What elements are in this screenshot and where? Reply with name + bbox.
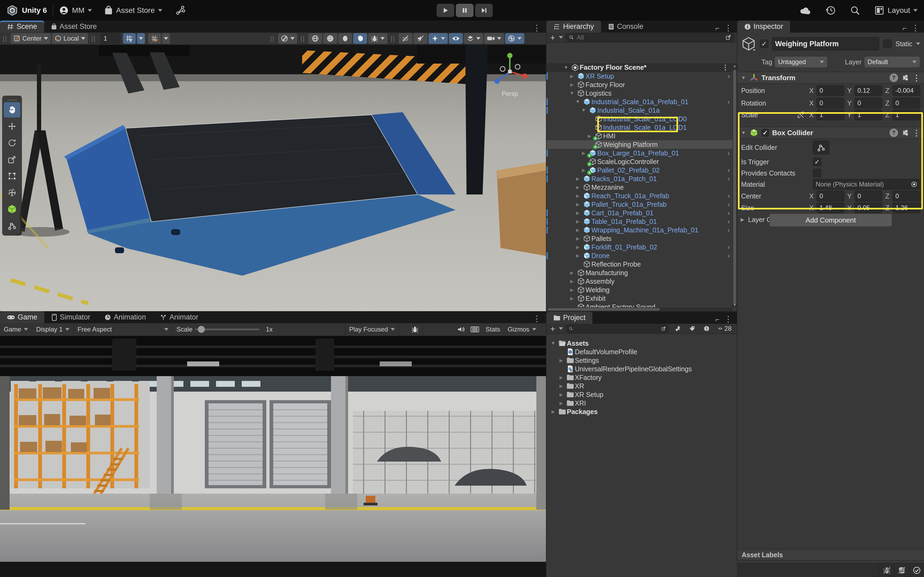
grid-snap-toggle[interactable]: Y bbox=[123, 33, 136, 44]
prefab-open-chevron[interactable]: › bbox=[727, 226, 730, 234]
foldout-arrow[interactable]: ▼▶ bbox=[549, 409, 558, 414]
scale-tool[interactable] bbox=[4, 152, 20, 167]
scale-y-field[interactable]: 1 bbox=[855, 110, 882, 120]
add-object-button[interactable]: ＋ bbox=[549, 32, 557, 43]
scale-x-field[interactable]: 1 bbox=[817, 110, 844, 120]
tab-scene[interactable]: Scene bbox=[0, 21, 44, 32]
hierarchy-row[interactable]: ▼▶ + Welding ⋮ › bbox=[546, 285, 733, 294]
debug-draw-dropdown[interactable] bbox=[368, 33, 388, 44]
history-icon[interactable] bbox=[825, 5, 836, 16]
foldout-arrow[interactable]: ▼▶ bbox=[573, 219, 582, 224]
debugger-status-icon[interactable] bbox=[879, 563, 894, 577]
add-component-button[interactable]: Add Component bbox=[769, 214, 892, 227]
tab-inspector[interactable]: Inspector bbox=[737, 21, 790, 32]
foldout-arrow[interactable]: ▼▶ bbox=[573, 193, 582, 199]
prefab-open-chevron[interactable]: › bbox=[727, 72, 730, 81]
foldout-arrow[interactable]: ▼▶ bbox=[567, 296, 577, 301]
scroll-thumb[interactable] bbox=[548, 308, 660, 311]
snap-settings-options[interactable] bbox=[162, 33, 170, 44]
snap-increment-input[interactable] bbox=[100, 33, 120, 44]
overlay-drag-handle[interactable]: —— bbox=[7, 98, 17, 101]
toggle-scene-audio-button[interactable] bbox=[414, 33, 428, 44]
center-y-field[interactable]: 0 bbox=[855, 191, 882, 201]
hierarchy-row[interactable]: ▼▶ + Industrial_Scale_01a_Prefab_01 ⋮ › bbox=[546, 97, 733, 106]
position-y-field[interactable]: 0.12 bbox=[855, 85, 882, 96]
camera-overlay-dropdown[interactable] bbox=[484, 33, 504, 44]
stats-button[interactable]: Stats bbox=[482, 323, 504, 336]
edit-collider-tool[interactable] bbox=[4, 218, 20, 234]
scene-viewport[interactable]: —— bbox=[0, 45, 546, 311]
foldout-arrow[interactable]: ▼▶ bbox=[573, 185, 582, 190]
scale-slider-knob[interactable] bbox=[198, 326, 205, 333]
foldout-arrow[interactable]: ▼▶ bbox=[567, 270, 577, 276]
prefab-open-chevron[interactable]: › bbox=[727, 175, 730, 183]
project-row[interactable]: ▼▶ Settings bbox=[546, 356, 737, 364]
filter-by-type-button[interactable] bbox=[672, 323, 683, 334]
foldout-arrow[interactable]: ▼▶ bbox=[561, 65, 570, 70]
static-checkbox[interactable] bbox=[883, 40, 892, 48]
hierarchy-hscrollbar[interactable] bbox=[546, 308, 733, 311]
foldout-arrow[interactable]: ▼▶ bbox=[579, 168, 588, 173]
alerts-filter-button[interactable] bbox=[701, 323, 712, 334]
object-picker-icon[interactable] bbox=[911, 181, 917, 187]
hierarchy-row[interactable]: ▼▶ + Industrial_Scale_01a_LOD0 ⋮ › bbox=[546, 114, 733, 123]
layout-menu[interactable]: Layout bbox=[874, 5, 918, 16]
size-x-field[interactable]: 1.48 bbox=[817, 203, 844, 213]
foldout-arrow[interactable]: ▼▶ bbox=[557, 400, 566, 406]
foldout-arrow[interactable]: ▼▶ bbox=[579, 150, 588, 156]
hierarchy-search[interactable] bbox=[565, 33, 735, 42]
project-search-input[interactable] bbox=[575, 324, 659, 333]
tab-animator[interactable]: Animator bbox=[153, 311, 205, 323]
view-tool[interactable] bbox=[4, 102, 20, 118]
snap-settings-button[interactable] bbox=[148, 33, 161, 44]
hierarchy-row[interactable]: ▼▶ + XR Setup ⋮ › bbox=[546, 72, 733, 81]
display-dropdown[interactable]: Display 1 bbox=[32, 323, 74, 336]
hierarchy-row[interactable]: ▼▶ + Logistics ⋮ › bbox=[546, 89, 733, 97]
center-x-field[interactable]: 0 bbox=[817, 191, 844, 201]
mute-audio-button[interactable] bbox=[454, 323, 468, 336]
is-trigger-checkbox[interactable]: ✓ bbox=[813, 158, 821, 166]
rect-tool[interactable] bbox=[4, 168, 20, 184]
foldout-arrow[interactable]: ▼▶ bbox=[567, 279, 577, 284]
collab-network-icon[interactable] bbox=[175, 5, 186, 16]
foldout-arrow[interactable]: ▼▶ bbox=[557, 383, 566, 389]
vsync-keyboard-button[interactable] bbox=[468, 323, 482, 336]
project-row[interactable]: ▼▶ XR bbox=[546, 382, 737, 390]
filter-by-label-button[interactable] bbox=[687, 323, 698, 334]
component-menu-icon[interactable]: ⋮ bbox=[913, 73, 921, 82]
prefab-open-chevron[interactable]: › bbox=[727, 192, 730, 200]
size-z-field[interactable]: 1.26 bbox=[892, 203, 920, 213]
foldout-arrow[interactable]: ▼▶ bbox=[573, 227, 582, 233]
hierarchy-row[interactable]: ▼▶ + Mezzanine ⋮ › bbox=[546, 183, 733, 192]
open-window-icon[interactable] bbox=[725, 34, 731, 40]
tab-project[interactable]: Project bbox=[546, 312, 593, 324]
project-menu-icon[interactable]: ⋮ bbox=[724, 314, 733, 324]
import-activity-status-icon[interactable] bbox=[909, 563, 924, 577]
pause-button[interactable] bbox=[456, 4, 473, 17]
tab-simulator[interactable]: Simulator bbox=[44, 311, 97, 323]
tab-game[interactable]: Game bbox=[0, 311, 44, 323]
asset-labels-bar[interactable]: Asset Labels bbox=[737, 549, 924, 561]
prefab-open-chevron[interactable]: › bbox=[727, 98, 730, 106]
toolbar-drag-handle[interactable]: || bbox=[91, 34, 96, 43]
prefab-open-chevron[interactable]: › bbox=[727, 209, 730, 217]
toggle-2d-button[interactable]: 2D bbox=[399, 33, 412, 44]
add-asset-button[interactable]: ＋ bbox=[549, 323, 557, 334]
foldout-arrow[interactable]: ▼▶ bbox=[579, 108, 588, 113]
lock-icon[interactable]: ⌐ bbox=[903, 24, 906, 32]
hierarchy-row[interactable]: ▼▶ + Wrapping_Machine_01a_Prefab_01 ⋮ › bbox=[546, 226, 733, 234]
hierarchy-row[interactable]: ▼▶ + Factory Floor ⋮ › bbox=[546, 81, 733, 89]
tag-dropdown[interactable]: Untagged bbox=[775, 56, 827, 67]
hierarchy-row[interactable]: ▼▶ + Box_Large_01a_Prefab_01 ⋮ › bbox=[546, 149, 733, 157]
lock-icon[interactable]: ⌐ bbox=[716, 316, 719, 324]
foldout-arrow[interactable]: ▼▶ bbox=[573, 236, 582, 242]
scale-z-field[interactable]: 1 bbox=[892, 110, 920, 120]
prefab-open-chevron[interactable]: › bbox=[727, 149, 730, 157]
step-button[interactable] bbox=[475, 4, 493, 17]
move-tool[interactable] bbox=[4, 119, 20, 134]
rotation-z-field[interactable]: 0 bbox=[892, 98, 920, 108]
game-debug-button[interactable] bbox=[407, 323, 423, 336]
project-row[interactable]: ▼▶ DefaultVolumeProfile bbox=[546, 348, 737, 356]
prefab-open-chevron[interactable]: › bbox=[727, 200, 730, 209]
focus-mode-dropdown[interactable]: Play Focused bbox=[345, 323, 399, 336]
